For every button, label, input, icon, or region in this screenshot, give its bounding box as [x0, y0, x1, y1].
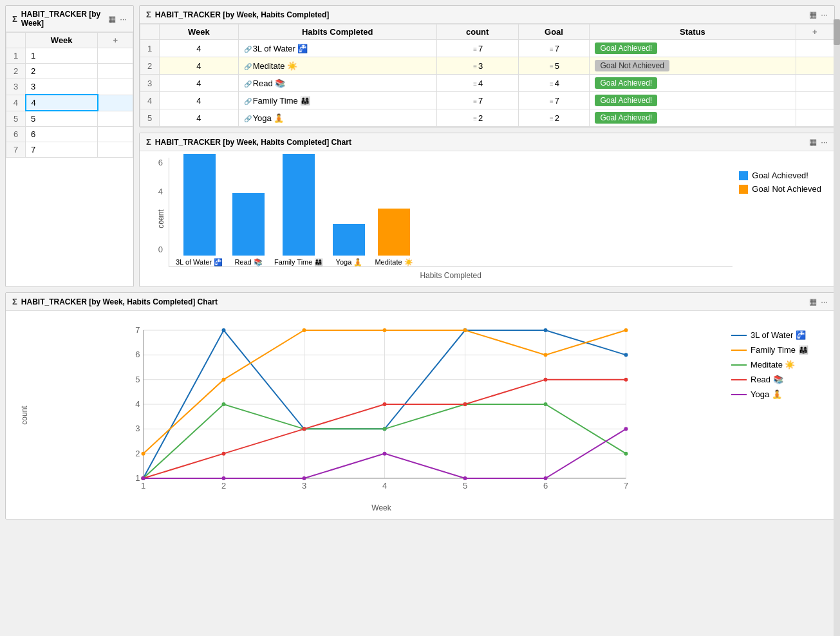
- row-num: 2: [140, 57, 160, 75]
- week-table-row[interactable]: 2 2: [6, 64, 133, 79]
- week-cell[interactable]: 4: [26, 95, 98, 111]
- svg-point-59: [222, 476, 226, 480]
- row-num: 1: [140, 40, 160, 57]
- week-table-row[interactable]: 7 7: [6, 142, 133, 158]
- right-column: Σ HABIT_TRACKER [by Week, Habits Complet…: [139, 5, 835, 287]
- svg-point-31: [222, 328, 226, 332]
- habit-table-row[interactable]: 1 4 🔗3L of Water 🚰 ≡7 ≡7 Goal Achieved!: [140, 40, 834, 57]
- habit-table-row[interactable]: 4 4 🔗Family Time 👨‍👩‍👧 ≡7 ≡7 Goal Achiev…: [140, 92, 834, 109]
- habit-add-col[interactable]: +: [796, 24, 834, 40]
- habit-table-row[interactable]: 5 4 🔗Yoga 🧘 ≡2 ≡2 Goal Achieved!: [140, 109, 834, 127]
- svg-point-54: [383, 402, 387, 406]
- line-legend-icon: [731, 362, 747, 368]
- week-cell[interactable]: 5: [26, 111, 98, 127]
- row-num: 5: [6, 111, 26, 127]
- bar-chart-inner: 3L of Water 🚰 Read 📚 Family Time 👨‍👩‍👧 Y…: [169, 158, 733, 280]
- habit-week-header: Week: [160, 24, 239, 40]
- week-table-row[interactable]: 1 1: [6, 48, 133, 64]
- bar-group: 3L of Water 🚰: [176, 154, 223, 267]
- empty-cell: [796, 92, 834, 109]
- week-cell: 4: [160, 92, 239, 109]
- status-cell: Goal Not Achieved: [590, 57, 796, 75]
- week-col-header: Week: [26, 33, 98, 48]
- row-num: 7: [6, 142, 26, 158]
- week-cell: 4: [160, 57, 239, 75]
- bar-chart-legend: Goal Achieved!Goal Not Achieved: [733, 158, 828, 280]
- week-table-row[interactable]: 4 4: [6, 95, 133, 111]
- x-axis-label: Habits Completed: [169, 271, 733, 280]
- bar: [183, 154, 216, 256]
- line-legend-label: Meditate ☀️: [751, 360, 795, 369]
- habit-table-panel: Σ HABIT_TRACKER [by Week, Habits Complet…: [139, 5, 835, 127]
- week-cell[interactable]: 6: [26, 127, 98, 142]
- scrollbar-thumb[interactable]: [834, 19, 840, 45]
- habit-table-row[interactable]: 2 4 🔗Meditate ☀️ ≡3 ≡5 Goal Not Achieved: [140, 57, 834, 75]
- more-icon3[interactable]: ···: [821, 137, 828, 147]
- svg-text:2: 2: [221, 481, 226, 491]
- svg-point-38: [222, 378, 226, 382]
- week-table-title: HABIT_TRACKER [by Week]: [21, 10, 104, 28]
- svg-text:6: 6: [135, 350, 140, 359]
- legend-color: [739, 171, 748, 180]
- habit-cell: 🔗Meditate ☀️: [238, 57, 436, 75]
- habit-cell: 🔗Family Time 👨‍👩‍👧: [238, 92, 436, 109]
- svg-point-49: [544, 402, 548, 406]
- habit-table-row[interactable]: 3 4 🔗Read 📚 ≡4 ≡4 Goal Achieved!: [140, 75, 834, 92]
- filter-icon3[interactable]: ▦: [809, 137, 817, 147]
- line-chart-title: HABIT_TRACKER [by Week, Habits Completed…: [21, 297, 805, 306]
- status-cell: Goal Achieved!: [590, 40, 796, 57]
- svg-text:3: 3: [302, 481, 306, 491]
- week-table-row[interactable]: 5 5: [6, 111, 133, 127]
- bar: [283, 154, 315, 256]
- sigma-icon2: Σ: [146, 10, 151, 19]
- habit-cell: 🔗Yoga 🧘: [238, 109, 436, 127]
- sigma-icon4: Σ: [12, 297, 17, 306]
- status-badge: Goal Achieved!: [595, 112, 657, 124]
- empty-cell: [796, 109, 834, 127]
- svg-point-41: [463, 328, 467, 332]
- status-badge: Goal Achieved!: [595, 77, 657, 89]
- svg-point-39: [303, 328, 306, 332]
- status-badge: Goal Achieved!: [595, 95, 657, 106]
- svg-text:6: 6: [543, 481, 548, 491]
- row-num: 1: [6, 48, 26, 64]
- filter-icon2[interactable]: ▦: [809, 10, 817, 19]
- line-chart-panel: Σ HABIT_TRACKER [by Week, Habits Complet…: [5, 292, 835, 519]
- habit-table-title: HABIT_TRACKER [by Week, Habits Completed…: [155, 10, 805, 19]
- svg-point-57: [624, 378, 628, 382]
- week-cell[interactable]: 3: [26, 79, 98, 95]
- week-add-col[interactable]: +: [98, 33, 133, 48]
- svg-point-60: [303, 476, 306, 480]
- more-icon[interactable]: ···: [120, 14, 127, 24]
- empty-cell: [98, 111, 133, 127]
- empty-cell: [796, 57, 834, 75]
- habit-habits-header: Habits Completed: [238, 24, 436, 40]
- legend-label: Goal Not Achieved: [752, 184, 821, 194]
- more-icon4[interactable]: ···: [821, 297, 828, 306]
- line-legend-label: Family Time 👨‍👩‍👧: [751, 345, 808, 355]
- habit-table: Week Habits Completed count Goal Status …: [140, 24, 834, 127]
- week-cell[interactable]: 1: [26, 48, 98, 64]
- empty-cell: [98, 95, 133, 111]
- bar-label: Read 📚: [234, 258, 262, 267]
- svg-point-62: [463, 476, 467, 480]
- week-table-row[interactable]: 3 3: [6, 79, 133, 95]
- bar-chart-header: Σ HABIT_TRACKER [by Week, Habits Complet…: [140, 133, 834, 151]
- week-cell[interactable]: 2: [26, 64, 98, 79]
- svg-point-35: [544, 328, 548, 332]
- week-table: Week + 1 1 2 2 3 3 4 4 5 5 6 6 7 7: [6, 32, 133, 158]
- filter-icon[interactable]: ▦: [108, 14, 116, 24]
- row-num: 4: [6, 95, 26, 111]
- line-chart-area: count 12345671234567 Week: [12, 317, 725, 512]
- week-table-row[interactable]: 6 6: [6, 127, 133, 142]
- svg-point-53: [303, 427, 306, 431]
- row-num: 5: [140, 109, 160, 127]
- week-cell[interactable]: 7: [26, 142, 98, 158]
- table-scrollbar[interactable]: [834, 19, 840, 525]
- line-chart-svg: 12345671234567: [38, 317, 725, 498]
- habit-cell: 🔗Read 📚: [238, 75, 436, 92]
- more-icon2[interactable]: ···: [821, 10, 828, 19]
- empty-cell: [98, 79, 133, 95]
- filter-icon4[interactable]: ▦: [809, 297, 817, 306]
- week-cell: 4: [160, 40, 239, 57]
